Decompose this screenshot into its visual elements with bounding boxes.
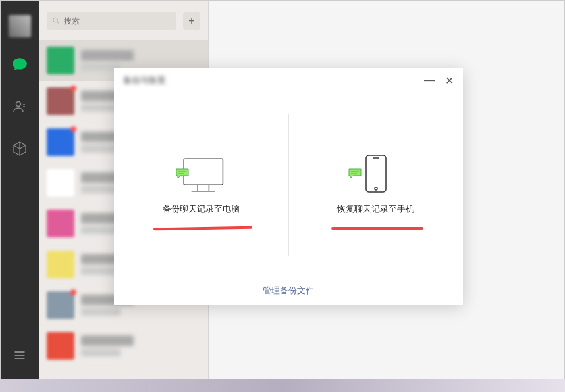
- phone-icon: [348, 155, 404, 194]
- dialog-controls: — ✕: [425, 76, 454, 85]
- chat-bubble-icon: [348, 168, 362, 180]
- rail-chat-icon[interactable]: [1, 49, 39, 80]
- chat-avatar: [47, 210, 74, 237]
- search-box[interactable]: [47, 12, 176, 30]
- dialog-close-button[interactable]: ✕: [444, 76, 454, 85]
- main-window: 平 — ▢ ✕ + 备份与恢复: [0, 0, 565, 379]
- user-avatar[interactable]: [9, 15, 31, 37]
- chat-avatar: [47, 169, 74, 197]
- chat-avatar: [47, 128, 74, 156]
- restore-label: 恢复聊天记录至手机: [337, 203, 414, 215]
- search-icon: [52, 16, 60, 25]
- dialog-minimize-button[interactable]: —: [425, 76, 434, 85]
- chat-list-item[interactable]: [39, 326, 208, 366]
- chat-avatar: [47, 291, 74, 319]
- rail-discover-icon[interactable]: [1, 134, 39, 164]
- restore-to-phone-option[interactable]: 恢复聊天记录至手机: [289, 93, 464, 277]
- background-strip: [0, 379, 565, 392]
- backup-label: 备份聊天记录至电脑: [163, 203, 240, 215]
- rail-contacts-icon[interactable]: [1, 91, 39, 122]
- backup-to-pc-option[interactable]: 备份聊天记录至电脑: [114, 93, 288, 277]
- search-input[interactable]: [64, 16, 171, 26]
- annotation-underline: [331, 227, 423, 230]
- chat-text: [81, 335, 200, 356]
- chat-avatar: [47, 332, 74, 360]
- svg-line-5: [57, 22, 58, 23]
- dialog-body: 备份聊天记录至电脑 恢复聊天记录至手机: [114, 93, 463, 277]
- unread-badge: [70, 86, 76, 91]
- backup-dialog: 备份与恢复 — ✕ 备份聊天记录至电脑: [114, 68, 463, 305]
- new-chat-button[interactable]: +: [183, 12, 200, 30]
- monitor-icon: [173, 155, 229, 194]
- search-row: +: [39, 1, 208, 31]
- svg-point-4: [53, 18, 57, 22]
- chat-avatar: [47, 47, 74, 74]
- dialog-title: 备份与恢复: [123, 74, 166, 86]
- chat-avatar: [47, 251, 74, 278]
- svg-rect-12: [366, 155, 386, 192]
- manage-backup-link[interactable]: 管理备份文件: [263, 285, 314, 297]
- rail-menu-icon[interactable]: [1, 340, 39, 370]
- left-rail: [1, 1, 39, 380]
- svg-point-0: [16, 102, 21, 107]
- chat-bubble-icon: [175, 168, 190, 180]
- dialog-footer: 管理备份文件: [114, 277, 463, 305]
- chat-avatar: [47, 87, 74, 115]
- unread-badge: [70, 289, 76, 295]
- svg-rect-6: [184, 159, 223, 185]
- annotation-underline: [153, 226, 252, 231]
- unread-badge: [70, 126, 76, 132]
- svg-point-14: [375, 187, 377, 190]
- dialog-header: 备份与恢复 — ✕: [114, 68, 463, 93]
